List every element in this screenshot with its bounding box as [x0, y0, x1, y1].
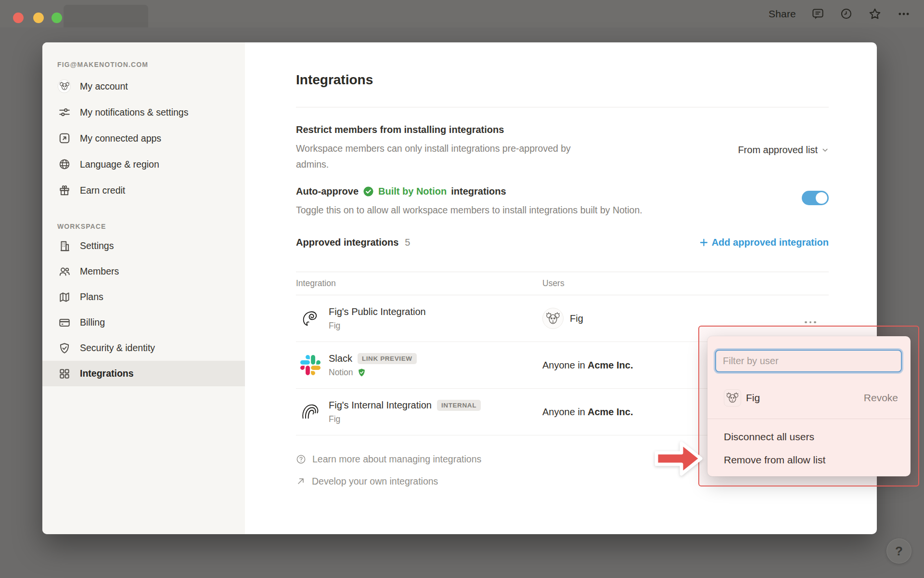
chevron-down-icon [821, 146, 829, 154]
built-by-notion-label: Built by Notion [378, 186, 447, 197]
gift-icon [58, 184, 71, 197]
sidebar-item-language-region[interactable]: Language & region [42, 151, 245, 177]
integration-owner: Fig [329, 321, 340, 331]
comment-icon[interactable] [811, 7, 824, 20]
sidebar-item-settings[interactable]: Settings [42, 233, 245, 259]
users-prefix: Anyone in [542, 407, 585, 418]
restrict-description: Workspace members can only install integ… [296, 141, 594, 172]
sidebar-item-label: Integrations [80, 368, 134, 379]
auto-approve-prefix: Auto-approve [296, 186, 359, 197]
popup-user-name: Fig [746, 392, 760, 404]
star-icon[interactable] [868, 7, 882, 21]
sidebar-item-billing[interactable]: Billing [42, 310, 245, 335]
window-tab[interactable] [64, 5, 148, 27]
sidebar-item-label: Settings [80, 240, 114, 251]
credit-card-icon [58, 316, 71, 329]
develop-integrations-link[interactable]: Develop your own integrations [296, 470, 481, 492]
row-more-actions-button[interactable] [799, 315, 822, 329]
column-header-integration: Integration [296, 278, 542, 289]
filter-by-user-input[interactable] [715, 350, 902, 372]
sidebar-item-label: Security & identity [80, 342, 155, 354]
sidebar-item-security-identity[interactable]: Security & identity [42, 335, 245, 361]
shield-check-icon [58, 342, 71, 355]
settings-sidebar: FIG@MAKENOTION.COM My account [42, 42, 245, 534]
column-header-users: Users [542, 278, 565, 289]
sidebar-item-label: My notifications & settings [80, 107, 188, 118]
slack-logo-icon [300, 355, 321, 376]
restrict-section: Restrict members from installing integra… [296, 124, 633, 172]
learn-more-link[interactable]: Learn more about managing integrations [296, 448, 481, 470]
sidebar-item-earn-credit[interactable]: Earn credit [42, 177, 245, 203]
sidebar-item-label: Language & region [80, 159, 159, 170]
map-icon [58, 290, 71, 303]
table-row[interactable]: Fig's Public Integration Fig [296, 295, 829, 342]
scribble-doodle-icon [300, 308, 321, 329]
link-preview-badge: LINK PREVIEW [358, 353, 417, 364]
sliders-icon [58, 106, 71, 119]
restrict-title: Restrict members from installing integra… [296, 124, 633, 135]
history-icon[interactable] [840, 7, 853, 20]
integration-owner: Notion [329, 368, 353, 378]
toggle-knob [816, 192, 827, 204]
integration-name: Fig's Internal Integration [329, 400, 432, 411]
verified-shield-icon [357, 368, 366, 377]
user-avatar [724, 389, 741, 407]
sidebar-item-integrations[interactable]: Integrations [42, 361, 245, 386]
plus-icon [699, 238, 708, 247]
remove-from-allow-list-item[interactable]: Remove from allow list [707, 448, 911, 472]
verified-seal-icon [363, 186, 374, 197]
users-org: Acme Inc. [588, 360, 633, 371]
account-email-header: FIG@MAKENOTION.COM [57, 61, 245, 68]
arcs-doodle-icon [300, 401, 321, 422]
sidebar-item-label: Plans [80, 291, 103, 302]
share-button[interactable]: Share [769, 8, 796, 20]
integration-name: Fig's Public Integration [329, 306, 426, 317]
window-titlebar: Share [0, 0, 924, 27]
integration-name: Slack [329, 353, 352, 364]
auto-approve-toggle[interactable] [802, 191, 829, 205]
minimize-window-button[interactable] [33, 13, 44, 23]
internal-badge: INTERNAL [437, 400, 481, 411]
sidebar-item-label: My account [80, 81, 128, 92]
add-approved-integration-button[interactable]: Add approved integration [699, 237, 829, 248]
sidebar-item-label: My connected apps [80, 133, 161, 144]
avatar [58, 80, 71, 93]
external-link-icon [58, 132, 71, 145]
revoke-button[interactable]: Revoke [864, 392, 898, 404]
arrow-up-right-icon [296, 476, 306, 486]
approved-integrations-count: 5 [405, 237, 410, 248]
user-name: Fig [570, 313, 583, 324]
approved-integrations-header: Approved integrations 5 Add approved int… [296, 237, 829, 248]
people-icon [58, 265, 71, 278]
divider [296, 107, 829, 107]
users-org: Acme Inc. [588, 407, 633, 418]
sidebar-item-notifications-settings[interactable]: My notifications & settings [42, 99, 245, 125]
auto-approve-description: Toggle this on to allow all workspace me… [296, 202, 729, 218]
more-icon[interactable] [897, 7, 911, 21]
users-prefix: Anyone in [542, 360, 585, 371]
sidebar-item-members[interactable]: Members [42, 259, 245, 284]
disconnect-all-users-item[interactable]: Disconnect all users [707, 425, 911, 448]
sidebar-item-my-account[interactable]: My account [42, 73, 245, 99]
auto-approve-suffix: integrations [451, 186, 506, 197]
help-button[interactable]: ? [886, 539, 911, 564]
sidebar-item-label: Billing [80, 317, 105, 328]
auto-approve-section: Auto-approve Built by Notion integration… [296, 186, 758, 218]
sidebar-item-plans[interactable]: Plans [42, 284, 245, 310]
grid-icon [58, 367, 71, 380]
sidebar-item-label: Members [80, 266, 119, 277]
approved-integrations-title: Approved integrations [296, 237, 398, 248]
sidebar-item-connected-apps[interactable]: My connected apps [42, 125, 245, 151]
building-icon [58, 239, 71, 252]
popup-user-row[interactable]: Fig Revoke [707, 384, 911, 411]
globe-icon [58, 158, 71, 171]
page-title: Integrations [296, 72, 373, 88]
zoom-window-button[interactable] [51, 13, 62, 23]
divider [707, 419, 911, 419]
integration-owner: Fig [329, 414, 340, 424]
integration-actions-popup: Fig Revoke Disconnect all users Remove f… [707, 336, 911, 476]
close-window-button[interactable] [13, 13, 24, 23]
restrict-dropdown[interactable]: From approved list [738, 144, 829, 156]
question-circle-icon [296, 454, 306, 464]
table-header-row: Integration Users [296, 272, 829, 295]
